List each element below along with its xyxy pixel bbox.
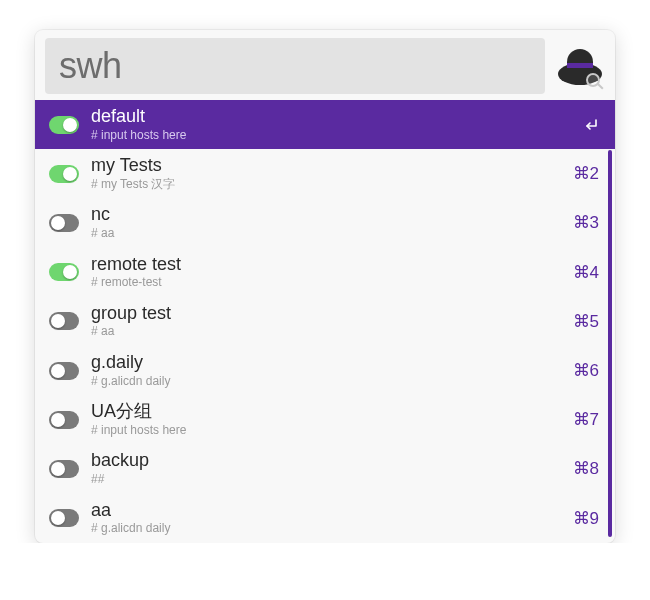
alfred-window: swh default # input hosts here my T: [35, 30, 615, 543]
result-title: g.daily: [91, 352, 561, 374]
result-title: remote test: [91, 254, 561, 276]
result-row[interactable]: g.daily # g.alicdn daily ⌘6: [35, 346, 615, 395]
result-row[interactable]: UA分组 # input hosts here ⌘7: [35, 395, 615, 444]
result-title: nc: [91, 204, 561, 226]
toggle-switch[interactable]: [49, 214, 79, 232]
result-subtitle: # remote-test: [91, 275, 561, 291]
result-title: UA分组: [91, 401, 561, 423]
alfred-icon: [555, 41, 605, 91]
shortcut-label: ⌘6: [573, 360, 599, 381]
shortcut-label: ⌘9: [573, 508, 599, 529]
result-text: remote test # remote-test: [91, 254, 561, 291]
shortcut-label: ⌘4: [573, 262, 599, 283]
result-row[interactable]: nc # aa ⌘3: [35, 198, 615, 247]
result-title: default: [91, 106, 571, 128]
shortcut-label: ⌘5: [573, 311, 599, 332]
result-title: my Tests: [91, 155, 561, 177]
toggle-switch[interactable]: [49, 263, 79, 281]
search-row: swh: [35, 30, 615, 100]
result-subtitle: # my Tests 汉字: [91, 177, 561, 193]
result-text: my Tests # my Tests 汉字: [91, 155, 561, 192]
return-icon: [583, 118, 599, 132]
result-subtitle: ##: [91, 472, 561, 488]
shortcut-label: ⌘8: [573, 458, 599, 479]
toggle-switch[interactable]: [49, 460, 79, 478]
result-subtitle: # aa: [91, 226, 561, 242]
result-row[interactable]: my Tests # my Tests 汉字 ⌘2: [35, 149, 615, 198]
toggle-switch[interactable]: [49, 116, 79, 134]
search-query-text: swh: [59, 48, 531, 84]
result-text: aa # g.alicdn daily: [91, 500, 561, 537]
toggle-switch[interactable]: [49, 509, 79, 527]
result-subtitle: # input hosts here: [91, 128, 571, 144]
shortcut-label: ⌘3: [573, 212, 599, 233]
result-text: backup ##: [91, 450, 561, 487]
toggle-switch[interactable]: [49, 165, 79, 183]
results-list: default # input hosts here my Tests # my…: [35, 100, 615, 543]
result-text: UA分组 # input hosts here: [91, 401, 561, 438]
search-input[interactable]: swh: [45, 38, 545, 94]
result-subtitle: # g.alicdn daily: [91, 521, 561, 537]
result-row[interactable]: aa # g.alicdn daily ⌘9: [35, 494, 615, 543]
toggle-switch[interactable]: [49, 312, 79, 330]
result-row[interactable]: group test # aa ⌘5: [35, 297, 615, 346]
shortcut-label: ⌘7: [573, 409, 599, 430]
result-text: g.daily # g.alicdn daily: [91, 352, 561, 389]
result-row[interactable]: backup ## ⌘8: [35, 444, 615, 493]
toggle-switch[interactable]: [49, 411, 79, 429]
result-subtitle: # input hosts here: [91, 423, 561, 439]
result-title: group test: [91, 303, 561, 325]
result-subtitle: # aa: [91, 324, 561, 340]
result-text: nc # aa: [91, 204, 561, 241]
result-row[interactable]: remote test # remote-test ⌘4: [35, 248, 615, 297]
result-title: backup: [91, 450, 561, 472]
result-subtitle: # g.alicdn daily: [91, 374, 561, 390]
shortcut-label: ⌘2: [573, 163, 599, 184]
toggle-switch[interactable]: [49, 362, 79, 380]
result-title: aa: [91, 500, 561, 522]
result-text: group test # aa: [91, 303, 561, 340]
result-row[interactable]: default # input hosts here: [35, 100, 615, 149]
result-text: default # input hosts here: [91, 106, 571, 143]
